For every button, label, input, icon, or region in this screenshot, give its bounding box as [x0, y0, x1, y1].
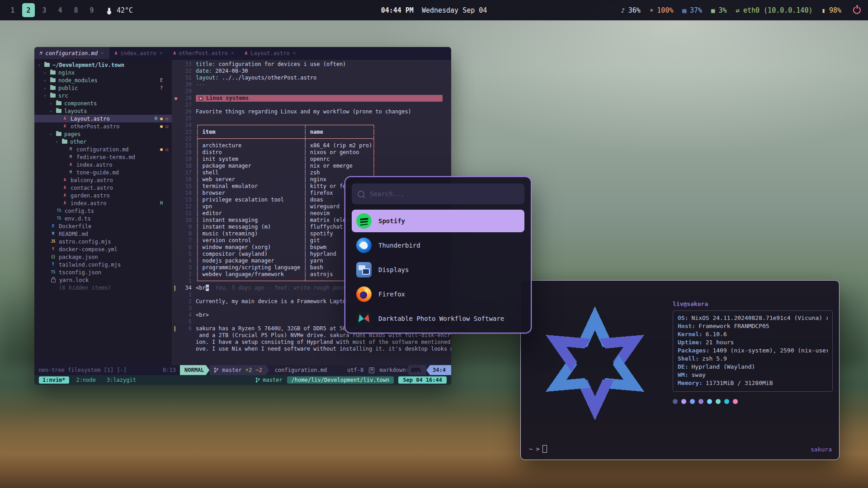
info-value: sway [691, 371, 705, 378]
tree-item[interactable]: A Layout.astro H ● ◻ [34, 115, 172, 122]
tree-item[interactable]: ▸ public ? [34, 84, 172, 92]
tree-item[interactable]: M fediverse-terms.md [34, 153, 172, 161]
tree-item[interactable]: ▾ pages [34, 130, 172, 138]
app-item[interactable]: Firefox [352, 283, 524, 305]
buffer-tab[interactable]: A otherPost.astro × [168, 47, 239, 59]
astro-icon: A [115, 51, 117, 56]
workspace-button[interactable]: 9 [85, 3, 98, 17]
tree-item[interactable]: ▾ other [34, 138, 172, 145]
buffer-tab[interactable]: A Layout.astro × [240, 47, 302, 59]
app-item[interactable]: Spotify [352, 210, 524, 232]
tree-item[interactable]: M tone-guide.md [34, 169, 172, 176]
tree-item[interactable]: yarn.lock [34, 276, 172, 284]
status-module[interactable]: ⇄ eth0 (10.0.0.140) [736, 6, 813, 14]
tree-item-label: astro.config.mjs [59, 239, 111, 245]
tree-item-label: balcony.astro [71, 177, 113, 183]
tree-item-label: tailwind.config.mjs [59, 262, 121, 268]
tree-item[interactable]: TS tsconfig.json [34, 268, 172, 276]
clock[interactable]: 04:44 PM Wednesday Sep 04 [381, 6, 487, 14]
tree-item[interactable]: A garden.astro [34, 192, 172, 199]
tmux-window[interactable]: 1:nvim* [39, 376, 69, 384]
search-input[interactable] [369, 190, 519, 198]
gutter-sign [175, 298, 179, 305]
tree-item[interactable]: M README.md [34, 230, 172, 238]
tmux-window[interactable]: 3:lazygit [103, 376, 140, 384]
app-item[interactable]: Darktable Photo Workflow Software [352, 307, 524, 328]
tree-item[interactable]: ▾ layouts [34, 107, 172, 115]
workspace-button[interactable]: 1 [6, 3, 19, 17]
status-module[interactable]: ☀ 100% [650, 6, 674, 14]
neotree-cursor-position: 8:13 [163, 367, 176, 373]
tree-item[interactable]: ▸ nginx [34, 69, 172, 76]
terminal-cursor [542, 445, 547, 453]
workspace-button[interactable]: 2 [22, 3, 35, 17]
buffer-tab[interactable]: A index.astro × [109, 47, 168, 59]
workspace-button[interactable]: 8 [70, 3, 82, 17]
app-item[interactable]: Thunderbird [352, 234, 524, 257]
buffer-tab[interactable]: M configuration.md × [34, 47, 109, 59]
diagnostic-badge: H [160, 201, 163, 206]
chevron-icon: ▸ [44, 78, 49, 83]
workspace-button[interactable]: 3 [38, 3, 51, 17]
tree-item[interactable]: TS env.d.ts [34, 215, 172, 222]
tree-item-label: otherPost.astro [71, 123, 119, 130]
tree-item[interactable]: D Dockerfile [34, 222, 172, 230]
markdown-icon: M [369, 367, 374, 373]
diagnostic-badge: H [155, 116, 157, 121]
tree-item-label: tone-guide.md [76, 169, 119, 176]
gutter-sign [175, 81, 179, 88]
tree-item-label: src [58, 93, 68, 99]
tree-item[interactable]: T tailwind.config.mjs [34, 261, 172, 268]
neotree-statusline: neo-tree filesystem [1] [-] 8:13 [34, 365, 180, 375]
app-launcher: Spotify Thunderbird Displays Firefox Dar… [344, 176, 532, 333]
chevron-icon: ▸ [44, 86, 49, 90]
tree-item[interactable]: ▾ ~/Development/liv.town [34, 61, 172, 69]
tree-item[interactable]: ▸ node_modules E [34, 76, 172, 84]
tree-item[interactable]: ▾ src [34, 92, 172, 99]
typescript-icon: TS [56, 209, 62, 213]
tree-item[interactable]: {} package.json [34, 253, 172, 261]
tree-item[interactable]: JS astro.config.mjs [34, 238, 172, 245]
tree-item[interactable]: A balcony.astro [34, 176, 172, 184]
folder-open-icon [50, 94, 56, 98]
tmux-window[interactable]: 2:node [73, 376, 99, 384]
tree-item[interactable]: (6 hidden items) [34, 284, 172, 291]
tree-item[interactable]: A otherPost.astro ● ◻ [34, 122, 172, 130]
tree-item-label: index.astro [76, 162, 112, 168]
tree-item[interactable]: ▸ components [34, 99, 172, 107]
status-module[interactable]: ▤ 37% [682, 6, 702, 14]
markdown-icon: M [68, 148, 74, 151]
close-icon[interactable]: × [293, 50, 296, 56]
tree-item[interactable]: A index.astro H [34, 199, 172, 207]
line-number: 27 [179, 102, 196, 108]
tree-item[interactable]: A index.astro [34, 161, 172, 169]
workspace-button[interactable]: 4 [54, 3, 66, 17]
info-label: OS: [678, 314, 688, 321]
gutter-sign [175, 176, 179, 183]
status-module[interactable]: ♪ 36% [621, 6, 641, 14]
tree-item[interactable]: TS config.ts [34, 207, 172, 215]
close-icon[interactable]: × [101, 50, 104, 56]
tree-item[interactable]: A contact.astro [34, 184, 172, 192]
tree-item[interactable]: Y docker-compose.yml [34, 245, 172, 253]
status-module[interactable]: ▮ 98% [821, 6, 841, 14]
tree-item[interactable]: M configuration.md ● ◻ [34, 145, 172, 153]
gutter-sign [175, 224, 179, 230]
close-icon[interactable]: × [231, 50, 234, 56]
line-number: 16 [179, 176, 196, 183]
line-number: 26 [179, 108, 196, 115]
app-item[interactable]: Displays [352, 258, 524, 281]
gutter-sign [175, 319, 179, 325]
tree-item-label: fediverse-terms.md [76, 154, 135, 160]
close-icon[interactable]: × [160, 50, 163, 56]
temperature-module[interactable]: 42°C [108, 6, 133, 14]
power-button[interactable] [852, 5, 862, 15]
tree-item-label: index.astro [71, 200, 106, 206]
tree-item-label: configuration.md [76, 146, 129, 153]
launcher-search[interactable] [352, 183, 524, 204]
info-label: Host: [678, 323, 695, 329]
status-module[interactable]: ▦ 3% [711, 6, 727, 14]
tree-item-label: tsconfig.json [59, 269, 101, 276]
shell-prompt[interactable]: ~ > [529, 445, 547, 453]
line-number: 8 [179, 230, 196, 237]
